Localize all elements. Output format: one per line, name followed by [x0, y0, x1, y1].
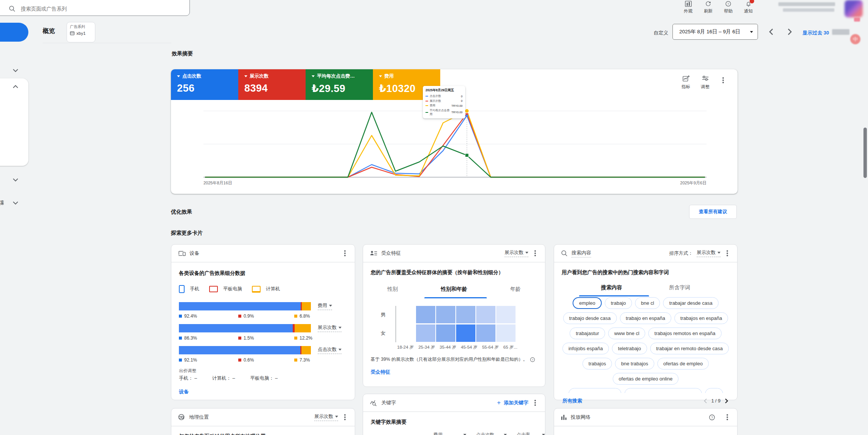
metric-clicks[interactable]: 点击次数 256 [171, 69, 238, 100]
summary-kebab-menu[interactable] [722, 80, 724, 81]
search-term-chip[interactable]: trabajastur [570, 327, 605, 339]
device-bar-impressions[interactable] [179, 324, 311, 332]
column-header-cost[interactable]: 费用 [433, 432, 466, 435]
date-range-value: 2025年 8月 16日 – 9月 6日 [679, 28, 740, 35]
column-header-clicks[interactable]: 点击次数 [476, 432, 507, 435]
tab-words[interactable]: 所含字词 [669, 284, 690, 291]
search-term-chip[interactable]: trabajos [582, 358, 612, 370]
searches-kebab-menu[interactable] [727, 253, 728, 254]
search-term-chip[interactable]: trabajos remotos en españa [648, 327, 721, 339]
page-indicator: 1 / 9 [711, 398, 720, 404]
active-nav-pill[interactable] [0, 23, 28, 42]
search-term-chip[interactable]: bne cl [635, 297, 660, 309]
heatmap-cell[interactable] [456, 324, 475, 342]
device-bar-clicks[interactable] [179, 346, 311, 354]
column-header-ctr[interactable]: 点击率 [517, 432, 545, 435]
demographics-note: 基于 39% 的展示次数（只有这部分展示所对应的用户性别和年龄是已知的）。 [371, 356, 528, 363]
page-next-icon[interactable] [724, 398, 729, 404]
search-term-chip[interactable]: bne trabajos [615, 358, 654, 370]
heatmap-cell[interactable] [436, 306, 455, 323]
tab-age[interactable]: 年龄 [510, 286, 521, 293]
campaign-icon [70, 31, 75, 36]
search-term-chip[interactable]: empleo [573, 297, 602, 309]
heatmap-cell[interactable] [416, 306, 435, 323]
page-scrollbar-thumb[interactable] [863, 128, 867, 178]
devices-kebab-menu[interactable] [344, 253, 346, 254]
demographics-kebab-menu[interactable] [534, 253, 536, 254]
account-text-redacted [778, 2, 835, 6]
show-past-link[interactable]: 显示过去 30 [803, 30, 829, 36]
locations-kebab-menu[interactable] [344, 416, 346, 418]
bar-metric-select[interactable]: 费用 [318, 302, 332, 310]
locations-metric-select[interactable]: 展示次数 [314, 413, 338, 421]
nav-chevron-down-icon[interactable] [12, 201, 19, 205]
search-chips-clipped-row [559, 388, 732, 393]
demographics-metric-select[interactable]: 展示次数 [505, 249, 528, 257]
search-term-chip[interactable]: trabajo desde casa [563, 312, 617, 324]
demographics-link[interactable]: 受众特征 [371, 369, 537, 376]
avatar[interactable] [845, 0, 863, 17]
nav-chevron-up-icon[interactable] [12, 85, 19, 89]
page-prev-icon[interactable] [703, 398, 708, 404]
search-term-chip[interactable]: trabajar en remoto desde casa [650, 343, 729, 354]
searches-metric-select[interactable]: 展示次数 [697, 249, 720, 257]
heatmap-cell[interactable] [496, 306, 516, 323]
question-circle-icon[interactable]: ? [530, 357, 535, 362]
notifications-button[interactable]: 通知 [744, 1, 753, 14]
prev-range-button[interactable] [768, 28, 774, 36]
add-keywords-button[interactable]: + 添加关键字 [497, 399, 528, 407]
heatmap-cell[interactable] [496, 324, 516, 342]
search-term-chip[interactable]: trabajo en españa [620, 312, 671, 324]
search-term-chip[interactable]: trabajar desde casa [663, 297, 718, 309]
bar-metric-select[interactable]: 展示次数 [318, 324, 342, 332]
heatmap-cell[interactable] [456, 306, 475, 323]
all-searches-link[interactable]: 所有搜索 [562, 398, 582, 404]
heatmap-cell[interactable] [436, 324, 455, 342]
metrics-button[interactable]: 指标 [682, 75, 690, 90]
nav-chevron-down-icon[interactable] [12, 178, 19, 182]
heatmap-cell[interactable] [396, 324, 415, 342]
view-all-recommendations-button[interactable]: 查看所有建议 [689, 205, 737, 219]
metric-impressions[interactable]: 展示次数 8394 [238, 69, 306, 100]
search-term-chip[interactable]: www bne cl [608, 327, 645, 339]
heatmap-cell[interactable] [476, 324, 495, 342]
heatmap-cell[interactable] [396, 306, 415, 323]
help-button[interactable]: ? 帮助 [724, 1, 733, 14]
tab-gender-age[interactable]: 性别和年龄 [441, 286, 467, 293]
search-term-chip[interactable]: ofertas de empleo [657, 358, 709, 370]
next-range-button[interactable] [787, 28, 793, 36]
devices-subtitle: 各类设备的广告效果细分数据 [179, 270, 347, 277]
swatch [179, 359, 182, 362]
adjust-button[interactable]: 调整 [701, 75, 710, 90]
appearance-button[interactable]: 外观 [684, 1, 693, 14]
device-bar-cost[interactable] [179, 302, 311, 310]
search-term-chip[interactable]: teletrabajo [612, 343, 647, 354]
nav-chevron-down-icon[interactable] [12, 69, 19, 72]
heatmap-cell[interactable] [416, 324, 435, 342]
campaign-chip[interactable]: 广告系列 xby1 [67, 22, 95, 42]
devices-link[interactable]: 设备 [179, 388, 347, 395]
search-term-chip[interactable]: infojobs españa [562, 343, 609, 354]
ime-badge[interactable]: 中 [850, 34, 860, 44]
search-input[interactable] [20, 6, 165, 12]
bar-metric-select[interactable]: 点击次数 [318, 346, 342, 354]
networks-kebab-menu[interactable] [727, 416, 728, 418]
keywords-kebab-menu[interactable] [534, 402, 536, 404]
swatch [179, 337, 182, 340]
tab-searches[interactable]: 搜索内容 [601, 284, 622, 291]
active-tab-underline [579, 295, 649, 296]
tab-gender[interactable]: 性别 [387, 286, 398, 293]
card-title[interactable]: 搜索内容 [571, 249, 591, 257]
search-term-chip[interactable]: trabajos en españa [674, 312, 728, 324]
question-circle-icon[interactable]: ? [709, 414, 715, 421]
search-term-chip[interactable]: trabajo [605, 297, 632, 309]
metric-avg-cpc[interactable]: 平均每次点击费… ₺29.59 [306, 69, 373, 100]
date-range-select[interactable]: 2025年 8月 16日 – 9月 6日 [672, 24, 758, 40]
refresh-button[interactable]: 刷新 [704, 1, 713, 14]
global-search-box[interactable] [0, 0, 190, 16]
heatmap-cell[interactable] [476, 306, 495, 323]
search-term-chip[interactable]: ofertas de empleo online [613, 373, 679, 385]
card-title: 设备 [189, 250, 199, 257]
performance-line-chart[interactable] [203, 109, 707, 181]
optimize-title: 优化效果 [171, 209, 192, 215]
